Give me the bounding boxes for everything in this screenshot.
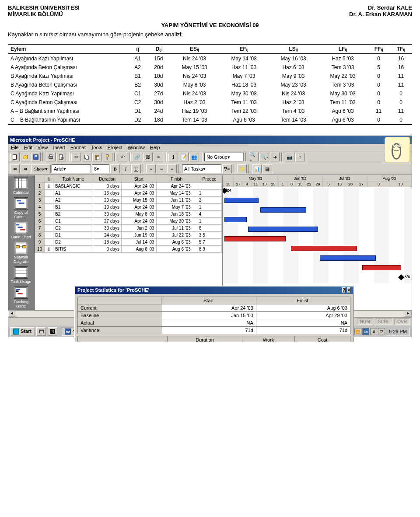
menu-window[interactable]: Window (128, 145, 145, 150)
italic-button[interactable]: I (121, 164, 130, 173)
gantt-wizard-icon[interactable]: ✨ (237, 164, 247, 173)
outdent-icon[interactable]: ⬅ (10, 164, 20, 173)
dialog-close-button[interactable]: × (347, 287, 350, 293)
save-icon[interactable] (31, 153, 41, 161)
bold-button[interactable]: B (110, 164, 120, 173)
align-left-icon[interactable]: ≡ (146, 164, 156, 173)
copy-icon[interactable] (82, 153, 91, 161)
menu-insert[interactable]: Insert (53, 145, 65, 150)
quick-launch-icon-1[interactable]: 🗔 (36, 327, 46, 336)
task-notes-icon[interactable]: 📝 (179, 153, 189, 161)
indent-icon[interactable]: ➡ (21, 164, 30, 173)
menu-edit[interactable]: Edit (24, 145, 32, 150)
taskbar-clock[interactable]: 9:26 PM (386, 328, 410, 335)
start-button[interactable]: Start (10, 327, 35, 336)
tray-icon-3[interactable]: 🖥 (370, 328, 377, 335)
menu-file[interactable]: File (11, 145, 19, 150)
tray-icon-2[interactable]: 📶 (354, 328, 361, 335)
gantt-bar (248, 227, 318, 232)
view-tracking-gantt[interactable]: Tracking Gantt (9, 286, 33, 308)
status-num: NUM (357, 318, 373, 325)
print-icon[interactable] (46, 153, 56, 161)
task-row[interactable]: 3A220 daysMay 15 '03Jun 11 '032 (35, 197, 222, 204)
group-dropdown[interactable]: No Group ▾ (204, 153, 244, 161)
assign-resources-icon[interactable]: 👥 (189, 153, 199, 161)
gantt-bar (291, 246, 357, 251)
minimize-button[interactable]: _ (387, 137, 394, 143)
task-row[interactable]: 2A115 daysApr 24 '03May 14 '031 (35, 190, 222, 197)
new-icon[interactable] (10, 153, 20, 161)
view-calendar[interactable]: Calendar (9, 177, 33, 195)
table-row: B Ayağında Beton ÇalışmasıB230dMay 8 '03… (8, 80, 412, 89)
view-copy-of-gantt-[interactable]: Copy of Gantt ... (9, 197, 33, 219)
align-center-icon[interactable]: ≡ (157, 164, 166, 173)
menu-view[interactable]: View (38, 145, 48, 150)
task-row[interactable]: 7C230 daysJun 2 '03Jul 11 '036 (35, 225, 222, 232)
window-titlebar[interactable]: Microsoft Project - ProSCHE _ ❐ × (8, 136, 412, 144)
col-start[interactable]: Start (122, 176, 157, 183)
align-right-icon[interactable]: ≡ (167, 164, 177, 173)
undo-icon[interactable]: ↶ (118, 153, 127, 161)
print-preview-icon[interactable] (56, 153, 66, 161)
show-button[interactable]: Show ▾ (31, 164, 51, 173)
view-task-usage[interactable]: Task Usage (9, 266, 33, 284)
task-row[interactable]: 8D124 daysJun 19 '03Jul 22 '033,5 (35, 232, 222, 239)
scroll-left-icon[interactable]: ◄ (8, 311, 15, 317)
task-info-icon[interactable]: ℹ (168, 153, 178, 161)
insert-field-icon[interactable]: 📊 (252, 164, 262, 173)
svg-rect-37 (16, 290, 19, 292)
task-row[interactable]: 10ℹBITIS0 daysAug 6 '03Aug 6 '038,9 (35, 246, 222, 253)
menu-project[interactable]: Project (107, 145, 122, 150)
help-icon[interactable]: ? (295, 153, 305, 161)
cut-icon[interactable]: ✂ (71, 153, 81, 161)
task-row[interactable]: 5B230 daysMay 8 '03Jun 18 '034 (35, 211, 222, 218)
gantt-end-label: 8/6 (404, 275, 410, 279)
menu-bar: FileEditViewInsertFormatToolsProjectWind… (8, 144, 412, 151)
goto-task-icon[interactable]: ➜ (270, 153, 280, 161)
menu-format[interactable]: Format (70, 145, 86, 150)
unlink-tasks-icon[interactable]: ⛓ (143, 153, 153, 161)
document-title: YAPIM YÖNETİMİ VE EKONOMİSİ 09 (8, 22, 412, 28)
project-statistics-dialog[interactable]: Project Statistics for 'ProSCHE' ? × Sta… (74, 286, 354, 342)
maximize-button[interactable]: ❐ (395, 137, 402, 143)
copy-picture-icon[interactable]: 📷 (285, 153, 294, 161)
task-row[interactable]: 9D218 daysJul 14 '03Aug 6 '035,7 (35, 239, 222, 246)
col-taskname[interactable]: Task Name (53, 176, 93, 183)
underline-button[interactable]: U (131, 164, 141, 173)
network-analysis-table: Eylem ij Dij ESij EFij LSij LFij FFij TF… (8, 44, 412, 125)
quick-launch-icon-2[interactable]: 🅽 (48, 327, 57, 336)
tray-lang-icon[interactable]: En (362, 328, 369, 335)
dialog-help-button[interactable]: ? (342, 287, 346, 293)
task-row[interactable]: 1ℹBASLANGIC0 daysApr 24 '03Apr 24 '03 (35, 183, 222, 190)
autofilter-icon[interactable]: ∇= (222, 164, 232, 173)
col-rownum[interactable] (35, 176, 45, 183)
col-duration[interactable]: Duration (93, 176, 122, 183)
close-button[interactable]: × (403, 137, 410, 143)
split-task-icon[interactable]: ≡ (154, 153, 163, 161)
view-bar: CalendarCopy of Gantt ...Gantt ChartNetw… (8, 175, 35, 310)
zoom-out-icon[interactable]: 🔍- (259, 153, 269, 161)
fontsize-dropdown[interactable]: 8 ▾ (92, 164, 109, 173)
view-gantt-chart[interactable]: Gantt Chart (9, 222, 33, 239)
col-predec[interactable]: Predec (197, 176, 221, 183)
link-tasks-icon[interactable]: 🔗 (133, 153, 142, 161)
filter-dropdown[interactable]: All Tasks ▾ (182, 164, 221, 173)
col-indicator[interactable]: ℹ (45, 176, 53, 183)
scroll-right-icon[interactable]: ► (405, 311, 412, 317)
font-dropdown[interactable]: Arial ▾ (52, 164, 91, 173)
table-row: C – B Bağlantısının YapılmasıD218dTem 14… (8, 115, 412, 125)
task-row[interactable]: 6C127 daysApr 24 '03May 30 '031 (35, 218, 222, 225)
menu-tools[interactable]: Tools (91, 145, 102, 150)
zoom-in-icon[interactable]: 🔍+ (249, 153, 259, 161)
task-row[interactable]: 4B110 daysApr 24 '03May 7 '031 (35, 204, 222, 211)
status-ovr: OVR (394, 318, 410, 325)
table-icon[interactable]: ▦ (262, 164, 272, 173)
paste-icon[interactable] (92, 153, 102, 161)
view-network-diagram[interactable]: Network Diagram (9, 242, 33, 264)
col-ij: ij (128, 44, 147, 54)
format-painter-icon[interactable] (103, 153, 112, 161)
open-icon[interactable] (21, 153, 30, 161)
col-finish[interactable]: Finish (156, 176, 197, 183)
menu-help[interactable]: Help (150, 145, 160, 150)
tray-icon-4[interactable]: 🛡 (378, 328, 385, 335)
